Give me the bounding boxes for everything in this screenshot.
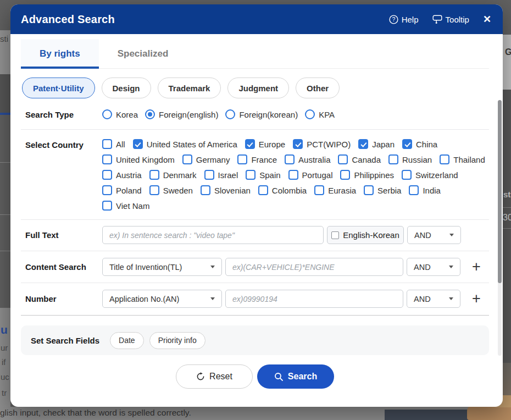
country-checkbox[interactable]: Colombia xyxy=(258,185,307,195)
tooltip-icon xyxy=(432,15,442,24)
country-checkbox[interactable]: Denmark xyxy=(149,170,197,180)
checkbox-icon xyxy=(402,139,412,149)
checkbox-icon xyxy=(409,185,419,195)
english-korean-toggle[interactable]: English-Korean xyxy=(327,226,404,244)
country-checkbox[interactable]: Poland xyxy=(102,185,142,195)
country-checkbox[interactable]: Serbia xyxy=(364,185,401,195)
tooltip-button[interactable]: Tooltip xyxy=(432,15,469,24)
full-text-input[interactable] xyxy=(102,226,324,244)
country-checkbox[interactable]: Slovenian xyxy=(201,185,251,195)
country-row: Poland Sweden Slovenian Colombia Eurasia… xyxy=(102,185,485,195)
country-checkbox[interactable]: Europe xyxy=(245,139,285,149)
country-checkbox[interactable]: Australia xyxy=(285,154,330,164)
background-photo-hand xyxy=(467,405,511,420)
radio-kpa[interactable]: KPA xyxy=(305,109,335,119)
full-text-operator-select[interactable]: AND xyxy=(407,226,461,244)
country-checkbox[interactable]: Spain xyxy=(246,170,280,180)
content-search-operator-select[interactable]: AND xyxy=(407,258,460,276)
checkbox-label: Russian xyxy=(402,155,432,164)
country-checkbox[interactable]: United Kingdom xyxy=(102,154,175,164)
set-search-fields-panel: Set Search Fields Date Priority info xyxy=(21,325,489,355)
country-checkbox[interactable]: Canada xyxy=(338,154,381,164)
checkbox-icon xyxy=(245,139,255,149)
background-band: sti 30 xyxy=(503,90,511,363)
checkbox-label: United Kingdom xyxy=(116,155,175,164)
background-fragment: sti xyxy=(503,190,511,199)
add-content-search-button[interactable]: + xyxy=(468,258,485,276)
country-checkbox[interactable]: Germany xyxy=(182,154,230,164)
country-checkbox[interactable]: Austria xyxy=(102,170,142,180)
close-icon[interactable]: ✕ xyxy=(483,14,491,24)
background-fragment: ur xyxy=(1,343,8,352)
country-checkbox[interactable]: United States of America xyxy=(133,139,237,149)
date-field-button[interactable]: Date xyxy=(110,332,144,349)
operator-value: AND xyxy=(414,231,431,240)
number-operator-select[interactable]: AND xyxy=(407,290,460,308)
country-checkbox[interactable]: Switzerland xyxy=(402,170,458,180)
scrollbar-thumb[interactable] xyxy=(498,100,502,283)
dialog-header: Advanced Search ? Help Tooltip ✕ xyxy=(10,4,503,34)
checkbox-icon xyxy=(340,170,350,180)
country-checkbox[interactable]: Russian xyxy=(388,154,432,164)
country-checkbox[interactable]: Eurasia xyxy=(314,185,356,195)
country-checkbox[interactable]: Japan xyxy=(358,139,395,149)
checkbox-icon xyxy=(358,139,368,149)
chevron-down-icon xyxy=(210,266,215,268)
country-checkbox[interactable]: Thailand xyxy=(440,154,485,164)
background-fragment: if xyxy=(2,357,6,367)
reset-button[interactable]: Reset xyxy=(176,364,253,389)
full-text-row: Full Text English-Korean AND xyxy=(21,220,489,251)
checkbox-icon xyxy=(182,154,192,164)
add-number-button[interactable]: + xyxy=(468,290,485,308)
category-pill-patent-utility[interactable]: Patent·Utility xyxy=(22,78,95,98)
country-checkbox[interactable]: France xyxy=(237,154,277,164)
select-country-label: Select Country xyxy=(25,139,102,150)
chevron-down-icon xyxy=(210,297,215,300)
field-value: Application No.(AN) xyxy=(109,295,179,303)
checkbox-icon xyxy=(331,231,339,239)
country-checkbox[interactable]: Viet Nam xyxy=(102,201,149,211)
radio-korea[interactable]: Korea xyxy=(102,109,138,119)
radio-foreign-korean[interactable]: Foreign(korean) xyxy=(225,109,298,119)
category-pill-trademark[interactable]: Trademark xyxy=(158,78,221,98)
content-search-input[interactable] xyxy=(225,258,403,276)
checkbox-label: India xyxy=(423,186,441,195)
rights-category-pills: Patent·Utility Design Trademark Judgment… xyxy=(22,78,489,98)
category-pill-other[interactable]: Other xyxy=(296,78,340,98)
radio-foreign-english[interactable]: Foreign(english) xyxy=(145,109,218,119)
checkbox-icon xyxy=(293,139,303,149)
number-field-select[interactable]: Application No.(AN) xyxy=(102,290,222,308)
country-checkbox[interactable]: All xyxy=(102,139,125,149)
chevron-down-icon xyxy=(449,234,454,236)
checkbox-icon xyxy=(364,185,374,195)
country-checkbox[interactable]: India xyxy=(409,185,441,195)
chevron-down-icon xyxy=(449,266,453,268)
country-checkbox[interactable]: PCT(WIPO) xyxy=(293,139,351,149)
content-search-field-select[interactable]: Title of Invention(TL) xyxy=(102,258,222,276)
number-input[interactable] xyxy=(225,290,403,308)
checkbox-label: France xyxy=(251,155,277,164)
category-pill-judgment[interactable]: Judgment xyxy=(227,78,289,98)
background-fragment: uc xyxy=(1,372,9,382)
country-checkbox[interactable]: Philippines xyxy=(340,170,394,180)
checkbox-icon xyxy=(285,154,295,164)
country-checkbox[interactable]: China xyxy=(402,139,437,149)
checkbox-label: Europe xyxy=(259,140,285,149)
country-checkbox[interactable]: Sweden xyxy=(149,185,193,195)
country-checkbox[interactable]: Israel xyxy=(204,170,238,180)
select-country-row: Select Country All United States of Amer… xyxy=(21,130,489,220)
checkbox-icon xyxy=(149,170,159,180)
tab-by-rights[interactable]: By rights xyxy=(21,39,99,68)
radio-label: Korea xyxy=(116,110,138,119)
radio-label: Foreign(korean) xyxy=(239,110,298,119)
checkbox-label: Denmark xyxy=(163,170,197,180)
help-button[interactable]: ? Help xyxy=(389,15,419,24)
category-pill-design[interactable]: Design xyxy=(102,78,151,98)
country-checkbox[interactable]: Portugal xyxy=(288,170,333,180)
search-icon xyxy=(274,372,284,382)
checkbox-label: Canada xyxy=(352,155,381,164)
background-photo-laptop xyxy=(385,410,473,420)
priority-info-field-button[interactable]: Priority info xyxy=(149,332,205,349)
tab-specialized[interactable]: Specialized xyxy=(99,39,187,68)
search-button[interactable]: Search xyxy=(257,364,334,389)
